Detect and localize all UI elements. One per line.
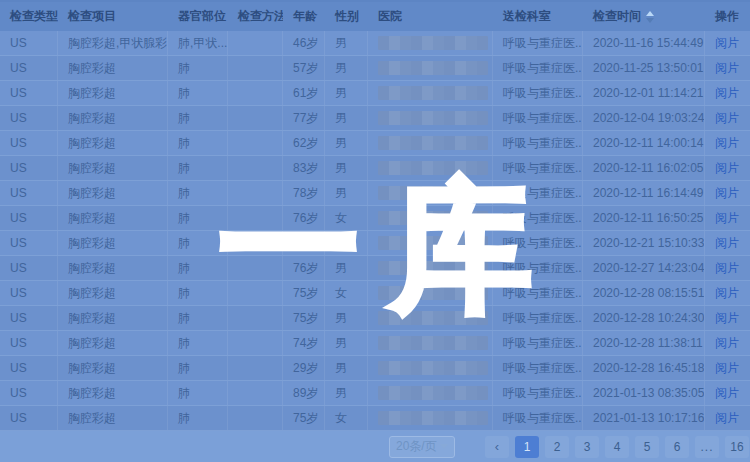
cell-organ: 肺 bbox=[168, 381, 228, 405]
cell-exam_time: 2020-11-16 15:44:49 bbox=[583, 31, 705, 55]
cell-department: 呼吸与重症医... bbox=[493, 356, 583, 380]
view-images-link[interactable]: 阅片 bbox=[715, 410, 739, 427]
cell-gender: 女 bbox=[325, 406, 368, 430]
cell-method bbox=[228, 281, 283, 305]
cell-gender: 男 bbox=[325, 31, 368, 55]
page-size-select[interactable]: 20条/页 bbox=[389, 436, 455, 458]
cell-gender: 男 bbox=[325, 81, 368, 105]
view-images-link[interactable]: 阅片 bbox=[715, 110, 739, 127]
table-row: US胸腔彩超肺76岁男呼吸与重症医...2020-12-27 14:23:04阅… bbox=[0, 256, 750, 281]
cell-exam_item: 胸腔彩超 bbox=[58, 56, 168, 80]
chevron-down-icon bbox=[440, 444, 448, 449]
view-images-link[interactable]: 阅片 bbox=[715, 285, 739, 302]
view-images-link[interactable]: 阅片 bbox=[715, 35, 739, 52]
hospital-redacted-block bbox=[378, 311, 488, 325]
cell-department: 呼吸与重症医... bbox=[493, 406, 583, 430]
cell-gender: 男 bbox=[325, 56, 368, 80]
cell-action: 阅片 bbox=[705, 156, 750, 180]
cell-age: 89岁 bbox=[283, 381, 325, 405]
cell-age: 75岁 bbox=[283, 406, 325, 430]
cell-method bbox=[228, 156, 283, 180]
cell-method bbox=[228, 131, 283, 155]
cell-exam_type: US bbox=[0, 31, 58, 55]
view-images-link[interactable]: 阅片 bbox=[715, 85, 739, 102]
column-header-organ: 器官部位 bbox=[168, 2, 228, 31]
exam-table: 检查类型检查项目器官部位检查方法年龄性别医院送检科室检查时间操作 US胸腔彩超,… bbox=[0, 0, 750, 431]
cell-exam_item: 胸腔彩超 bbox=[58, 256, 168, 280]
view-images-link[interactable]: 阅片 bbox=[715, 135, 739, 152]
cell-organ: 肺,甲状... bbox=[168, 31, 228, 55]
cell-exam_type: US bbox=[0, 356, 58, 380]
column-header-department: 送检科室 bbox=[493, 2, 583, 31]
cell-hospital bbox=[368, 81, 493, 105]
view-images-link[interactable]: 阅片 bbox=[715, 335, 739, 352]
table-header-row: 检查类型检查项目器官部位检查方法年龄性别医院送检科室检查时间操作 bbox=[0, 0, 750, 31]
cell-department: 呼吸与重症医... bbox=[493, 206, 583, 230]
cell-exam_type: US bbox=[0, 406, 58, 430]
hospital-redacted-block bbox=[378, 136, 488, 150]
cell-age: 78岁 bbox=[283, 181, 325, 205]
view-images-link[interactable]: 阅片 bbox=[715, 185, 739, 202]
sort-ascending-icon[interactable] bbox=[646, 11, 654, 16]
page-button-1[interactable]: 1 bbox=[515, 436, 539, 458]
page-button-5[interactable]: 5 bbox=[635, 436, 659, 458]
column-header-label: 医院 bbox=[378, 8, 402, 25]
table-row: US胸腔彩超肺62岁男呼吸与重症医...2020-12-11 14:00:14阅… bbox=[0, 131, 750, 156]
page-ellipsis-button[interactable]: ... bbox=[695, 436, 719, 458]
cell-gender: 男 bbox=[325, 106, 368, 130]
cell-department: 呼吸与重症医... bbox=[493, 181, 583, 205]
view-images-link[interactable]: 阅片 bbox=[715, 235, 739, 252]
column-header-label: 器官部位 bbox=[178, 8, 226, 25]
cell-action: 阅片 bbox=[705, 331, 750, 355]
cell-action: 阅片 bbox=[705, 131, 750, 155]
cell-method bbox=[228, 206, 283, 230]
cell-exam_type: US bbox=[0, 256, 58, 280]
cell-action: 阅片 bbox=[705, 381, 750, 405]
cell-department: 呼吸与重症医... bbox=[493, 131, 583, 155]
column-header-exam_type: 检查类型 bbox=[0, 2, 58, 31]
page-button-3[interactable]: 3 bbox=[575, 436, 599, 458]
cell-hospital bbox=[368, 106, 493, 130]
view-images-link[interactable]: 阅片 bbox=[715, 60, 739, 77]
cell-exam_time: 2020-11-25 13:50:01 bbox=[583, 56, 705, 80]
cell-age: 83岁 bbox=[283, 156, 325, 180]
cell-exam_time: 2020-12-28 08:15:51 bbox=[583, 281, 705, 305]
cell-department: 呼吸与重症医... bbox=[493, 306, 583, 330]
cell-exam_type: US bbox=[0, 106, 58, 130]
cell-organ: 肺 bbox=[168, 81, 228, 105]
table-row: US胸腔彩超肺89岁男呼吸与重症医...2021-01-13 08:35:05阅… bbox=[0, 381, 750, 406]
cell-department: 呼吸与重症医... bbox=[493, 31, 583, 55]
page-button-6[interactable]: 6 bbox=[665, 436, 689, 458]
table-row: US胸腔彩超肺66岁男呼吸与重症医...2020-12-21 15:10:33阅… bbox=[0, 231, 750, 256]
page-button-16[interactable]: 16 bbox=[725, 436, 749, 458]
view-images-link[interactable]: 阅片 bbox=[715, 385, 739, 402]
view-images-link[interactable]: 阅片 bbox=[715, 160, 739, 177]
cell-department: 呼吸与重症医... bbox=[493, 256, 583, 280]
cell-exam_type: US bbox=[0, 156, 58, 180]
view-images-link[interactable]: 阅片 bbox=[715, 310, 739, 327]
prev-page-button[interactable]: ‹ bbox=[485, 436, 509, 458]
cell-hospital bbox=[368, 206, 493, 230]
page-button-4[interactable]: 4 bbox=[605, 436, 629, 458]
sort-descending-icon[interactable] bbox=[646, 18, 654, 23]
column-header-exam_time[interactable]: 检查时间 bbox=[583, 2, 705, 31]
view-images-link[interactable]: 阅片 bbox=[715, 210, 739, 227]
hospital-redacted-block bbox=[378, 261, 488, 275]
cell-organ: 肺 bbox=[168, 131, 228, 155]
column-header-label: 检查项目 bbox=[68, 8, 116, 25]
page-button-2[interactable]: 2 bbox=[545, 436, 569, 458]
hospital-redacted-block bbox=[378, 361, 488, 375]
page-size-label: 20条/页 bbox=[396, 438, 437, 455]
cell-action: 阅片 bbox=[705, 106, 750, 130]
cell-gender: 男 bbox=[325, 381, 368, 405]
view-images-link[interactable]: 阅片 bbox=[715, 360, 739, 377]
table-row: US胸腔彩超肺29岁男呼吸与重症医...2020-12-28 16:45:18阅… bbox=[0, 356, 750, 381]
cell-exam_time: 2020-12-11 14:00:14 bbox=[583, 131, 705, 155]
column-header-method: 检查方法 bbox=[228, 2, 283, 31]
column-header-label: 操作 bbox=[715, 8, 739, 25]
cell-exam_item: 胸腔彩超 bbox=[58, 181, 168, 205]
sort-caret-icon[interactable] bbox=[646, 11, 654, 23]
view-images-link[interactable]: 阅片 bbox=[715, 260, 739, 277]
cell-exam_item: 胸腔彩超 bbox=[58, 231, 168, 255]
cell-age: 57岁 bbox=[283, 56, 325, 80]
